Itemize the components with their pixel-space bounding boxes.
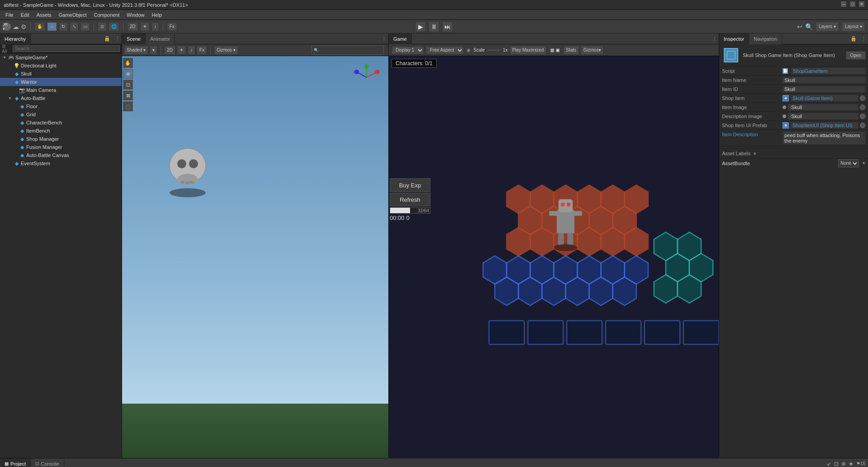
step-button[interactable]: ⏭ [442,21,453,32]
tree-item-main-camera[interactable]: 📷 Main Camera [0,86,122,94]
play-maximized-btn[interactable]: Play Maximized [509,46,547,55]
pivot-tool[interactable]: ⊙ [98,22,107,31]
tree-item-character-bench[interactable]: ◆ CharacterBench [0,119,122,127]
scene-tool-rect[interactable]: ⊠ [123,91,133,100]
all-dropdown[interactable]: ☰ All [2,44,11,54]
tree-item-auto-battle-canvas[interactable]: ◆ Auto-Battle Canvas [0,151,122,159]
console-tab[interactable]: ⊡ Console [31,458,64,467]
hierarchy-menu-icon[interactable]: ⋮ [113,36,122,42]
rotate-tool[interactable]: ↻ [59,22,68,31]
layers-button[interactable]: Layers ▾ [816,22,839,32]
svg-rect-57 [684,321,719,344]
shop-item-ui-pick-btn[interactable] [860,123,865,128]
fx-toggle[interactable]: Fx [167,22,177,31]
hierarchy-lock-icon[interactable]: 🔒 [102,36,112,42]
scene-menu-icon[interactable]: ⋮ [380,36,388,42]
scene-tool-move[interactable]: ⊕ [123,69,133,79]
svg-point-66 [554,244,577,251]
open-button[interactable]: Open [846,52,865,59]
scene-search-bar[interactable]: 🔍 [311,46,384,55]
scene-audio-toggle[interactable]: ♪ [188,46,195,55]
asset-bundle-expand-icon[interactable]: ▾ [863,160,865,166]
menu-help[interactable]: Help [148,11,165,19]
move-tool[interactable]: ↔ [47,22,57,31]
shading-mode-dropdown[interactable]: Shaded ▾ [124,46,148,55]
play-button[interactable]: ▶ [415,21,426,32]
game-aspect-select[interactable]: Free Aspect [426,46,464,54]
tree-item-shop-manager[interactable]: ◆ Shop Manager [0,135,122,143]
menu-gameobject[interactable]: GameObject [55,11,90,19]
tree-item-warrior[interactable]: ◆ Warrior [0,78,122,86]
tree-item-fusion-manager[interactable]: ◆ Fusion Manager [0,143,122,151]
inspector-lock-icon[interactable]: 🔒 [849,36,859,42]
game-display-select[interactable]: Display 1 [392,46,424,54]
undo-icon[interactable]: ↩ [797,23,802,30]
refresh-button[interactable]: Refresh [390,193,430,206]
item-id-label: Item ID [722,86,781,92]
hierarchy-tab[interactable]: Hierarchy [0,33,31,44]
tree-item-directional-light[interactable]: 💡 Directional Light [0,62,122,70]
light-toggle[interactable]: ☀ [140,22,150,31]
search-icon[interactable]: 🔍 [805,23,813,30]
menu-file[interactable]: File [2,11,17,19]
rect-tool[interactable]: ▭ [80,22,90,31]
inspector-menu-icon[interactable]: ⋮ [859,36,868,42]
global-tool[interactable]: 🌐 [108,22,119,31]
buy-exp-button[interactable]: Buy Exp [390,178,430,192]
maximize-button[interactable]: □ [850,1,855,7]
inspector-tab[interactable]: Inspector [719,33,749,44]
scene-light-toggle[interactable]: ☀ [177,46,186,55]
menu-component[interactable]: Component [90,11,123,19]
svg-rect-6 [190,181,193,184]
tree-item-grid[interactable]: ◆ Grid [0,110,122,119]
svg-rect-60 [561,203,565,206]
layout-button[interactable]: Layout ▾ [842,22,865,32]
item-image-pick-btn[interactable] [860,105,865,110]
2d-toggle[interactable]: 2D [127,22,138,31]
game-viewport[interactable]: Characters: 0/1 [389,56,719,458]
scene-tool-zoom[interactable]: ⊡ [123,80,133,90]
menu-assets[interactable]: Assets [33,11,55,19]
scene-2d-toggle[interactable]: 2D [164,46,175,55]
scene-search-input[interactable] [319,48,382,52]
tree-item-event-system[interactable]: ◆ EventSystem [0,159,122,167]
close-button[interactable]: ✕ [859,1,864,7]
game-tab[interactable]: Game [389,33,412,44]
minimize-button[interactable]: ─ [841,1,846,7]
tree-item-skull[interactable]: ◆ Skull [0,70,122,78]
tree-item-item-bench[interactable]: ◆ ItemBench [0,127,122,135]
pause-button[interactable]: ⏸ [429,21,439,32]
project-panel-icon-4[interactable]: ★ [849,461,854,467]
project-panel-icon-1[interactable]: ↙ [827,461,831,467]
project-panel-icon-3[interactable]: ⊕ [841,461,846,467]
stats-button[interactable]: Stats [563,46,579,55]
tree-item-floor[interactable]: ◆ Floor [0,102,122,110]
tree-item-auto-battle[interactable]: ▼ ◆ Auto-Battle [0,94,122,102]
hand-tool[interactable]: ✋ [34,22,45,31]
account-button[interactable]: JR ▾ [3,23,11,31]
hierarchy-search-input[interactable] [13,45,120,52]
game-menu-icon[interactable]: ⋮ [710,36,719,42]
scale-tool[interactable]: ⤡ [70,22,79,31]
project-tab[interactable]: ▦ Project [0,458,31,467]
gizmos-button[interactable]: Gizmos ▾ [581,46,604,55]
tree-item-samplegame[interactable]: ▼ 🎮 SampleGame* [0,53,122,62]
menu-window[interactable]: Window [123,11,148,19]
audio-toggle[interactable]: ♪ [151,22,159,31]
asset-labels-expand-icon[interactable]: ▾ [754,151,756,156]
scene-tool-5[interactable]: ⬚ [123,101,133,111]
scene-tab[interactable]: Scene [122,33,146,44]
shop-item-pick-btn[interactable] [860,95,865,101]
animator-tab[interactable]: Animator [146,33,175,44]
scene-fx-toggle[interactable]: Fx [197,46,207,55]
svg-text:Z: Z [353,70,355,74]
menu-edit[interactable]: Edit [17,11,33,19]
navigation-tab[interactable]: Navigation [749,33,782,44]
description-image-pick-btn[interactable] [860,114,865,119]
scene-viewport[interactable]: X Z Y ✋ ⊕ ⊡ ⊠ ⬚ [122,56,388,458]
asset-bundle-select[interactable]: None [838,159,859,167]
project-panel-icon-2[interactable]: ⊡ [834,461,839,467]
draw-mode-dropdown[interactable]: ▾ [150,46,157,55]
scene-gizmos-toggle[interactable]: Gizmos ▾ [214,46,238,55]
scene-tool-hand[interactable]: ✋ [123,58,133,68]
